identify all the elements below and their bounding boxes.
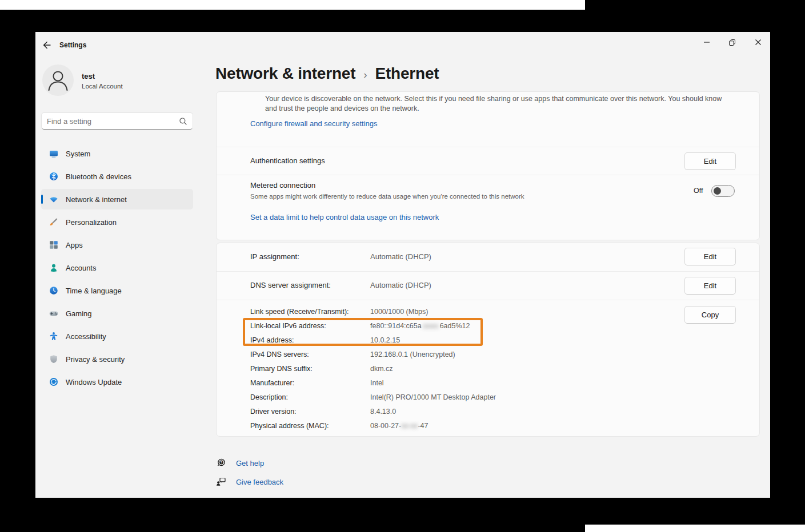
sidebar-item-label: Windows Update: [66, 378, 122, 386]
system-icon: [49, 149, 58, 158]
dns-assignment-label: DNS server assignment:: [250, 281, 331, 289]
minimize-icon: [703, 39, 710, 46]
dns-assignment-edit-button[interactable]: Edit: [684, 277, 736, 295]
give-feedback-link[interactable]: Give feedback: [216, 477, 283, 487]
close-button[interactable]: [746, 33, 771, 51]
search-box[interactable]: [41, 112, 193, 130]
authentication-label: Authentication settings: [250, 156, 325, 165]
property-row-ipv4-dns: IPv4 DNS servers: 192.168.0.1 (Unencrypt…: [250, 347, 496, 361]
ip-assignment-label: IP assignment:: [250, 252, 299, 261]
sidebar-item-system[interactable]: System: [41, 143, 193, 164]
toggle-knob: [714, 187, 721, 195]
search-icon: [179, 117, 187, 126]
user-account-type: Local Account: [82, 83, 123, 90]
sidebar-item-personalization[interactable]: Personalization: [41, 212, 193, 232]
help-icon: ?: [216, 458, 226, 468]
update-icon: [49, 377, 58, 386]
discoverable-description: Your device is discoverable on the netwo…: [265, 94, 730, 113]
bluetooth-icon: [49, 172, 58, 181]
connection-details-card: IP assignment: Automatic (DHCP) Edit DNS…: [216, 243, 760, 437]
screenshot-root: Settings test Local Account: [0, 0, 805, 532]
sidebar-item-label: Bluetooth & devices: [66, 172, 131, 181]
back-arrow-icon: [42, 41, 51, 50]
sidebar-item-label: Time & language: [66, 287, 122, 295]
firewall-settings-link[interactable]: Configure firewall and security settings: [250, 119, 378, 128]
property-row-description: Description: Intel(R) PRO/1000 MT Deskto…: [250, 390, 496, 404]
metered-connection-description: Some apps might work differently to redu…: [250, 193, 524, 200]
divider: [217, 175, 759, 175]
sidebar-item-network-internet[interactable]: Network & internet: [41, 189, 193, 209]
metered-connection-toggle[interactable]: [711, 185, 735, 197]
svg-text:?: ?: [221, 460, 223, 464]
dns-assignment-value: Automatic (DHCP): [370, 281, 431, 289]
ip-assignment-edit-button[interactable]: Edit: [684, 248, 736, 265]
back-button[interactable]: [41, 39, 53, 51]
background-strip-top: [0, 0, 585, 10]
divider: [217, 300, 759, 300]
authentication-edit-button[interactable]: Edit: [684, 152, 736, 170]
sidebar-item-label: Personalization: [66, 218, 117, 227]
brush-icon: [49, 217, 58, 227]
toggle-state-label: Off: [694, 187, 703, 195]
get-help-link[interactable]: ? Get help: [216, 458, 264, 468]
wifi-icon: [49, 195, 58, 204]
breadcrumb: Network & internet › Ethernet: [215, 65, 439, 83]
divider: [217, 271, 759, 272]
metered-connection-label: Metered connection: [250, 181, 315, 190]
divider: [217, 147, 759, 147]
data-limit-link[interactable]: Set a data limit to help control data us…: [250, 213, 439, 221]
sidebar-item-label: Accessibility: [66, 332, 106, 341]
app-title: Settings: [59, 41, 86, 49]
chevron-right-icon: ›: [363, 67, 367, 81]
minimize-button[interactable]: [694, 33, 719, 51]
sidebar-item-gaming[interactable]: Gaming: [41, 303, 193, 324]
sidebar-item-windows-update[interactable]: Windows Update: [41, 372, 193, 392]
sidebar-item-label: System: [66, 150, 90, 158]
accounts-icon: [49, 263, 58, 272]
sidebar-item-bluetooth-devices[interactable]: Bluetooth & devices: [41, 166, 193, 187]
property-row-mac-address: Physical address (MAC): 08-00-27- xx-xx …: [250, 418, 496, 433]
property-row-ipv4-address: IPv4 address: 10.0.2.15: [250, 333, 496, 347]
sidebar-item-label: Accounts: [66, 264, 96, 272]
redacted-text: :xxxx:: [422, 322, 440, 330]
sidebar-item-apps[interactable]: Apps: [41, 235, 193, 255]
redacted-text: xx-xx: [401, 422, 418, 430]
close-icon: [755, 39, 762, 46]
user-avatar[interactable]: [42, 65, 74, 96]
restore-button[interactable]: [719, 33, 744, 51]
apps-icon: [49, 240, 58, 249]
adapter-properties-list: Link speed (Receive/Transmit): 1000/1000…: [250, 304, 496, 433]
gamepad-icon: [49, 309, 58, 318]
property-row-driver-version: Driver version: 8.4.13.0: [250, 404, 496, 418]
sidebar-item-label: Gaming: [66, 309, 92, 318]
copy-button[interactable]: Copy: [684, 306, 736, 324]
property-row-link-speed: Link speed (Receive/Transmit): 1000/1000…: [250, 304, 496, 319]
user-name: test: [82, 72, 95, 80]
page-title: Ethernet: [375, 65, 439, 83]
clock-icon: [49, 286, 58, 295]
feedback-icon: [216, 477, 226, 487]
shield-icon: [49, 354, 58, 364]
search-input[interactable]: [47, 117, 179, 126]
ip-assignment-value: Automatic (DHCP): [370, 252, 431, 261]
sidebar-item-label: Privacy & security: [66, 355, 125, 364]
sidebar-item-accessibility[interactable]: Accessibility: [41, 326, 193, 346]
person-icon: [42, 65, 74, 96]
sidebar-item-time-language[interactable]: Time & language: [41, 280, 193, 301]
sidebar-item-accounts[interactable]: Accounts: [41, 257, 193, 278]
restore-icon: [728, 39, 736, 46]
give-feedback-label: Give feedback: [236, 478, 283, 486]
accessibility-icon: [49, 332, 58, 341]
background-strip-bottom: [585, 525, 805, 532]
breadcrumb-network-internet[interactable]: Network & internet: [215, 65, 355, 83]
property-row-manufacturer: Manufacturer: Intel: [250, 376, 496, 390]
property-row-ipv6-address: Link-local IPv6 address: fe80::91d4:c65a…: [250, 319, 496, 333]
get-help-label: Get help: [236, 459, 264, 467]
network-profile-card: Your device is discoverable on the netwo…: [216, 91, 760, 240]
settings-window: Settings test Local Account: [35, 32, 770, 498]
sidebar-item-privacy-security[interactable]: Privacy & security: [41, 349, 193, 369]
sidebar-item-label: Apps: [66, 241, 83, 249]
sidebar-item-label: Network & internet: [66, 195, 127, 204]
active-indicator: [41, 195, 43, 204]
property-row-dns-suffix: Primary DNS suffix: dkm.cz: [250, 361, 496, 376]
